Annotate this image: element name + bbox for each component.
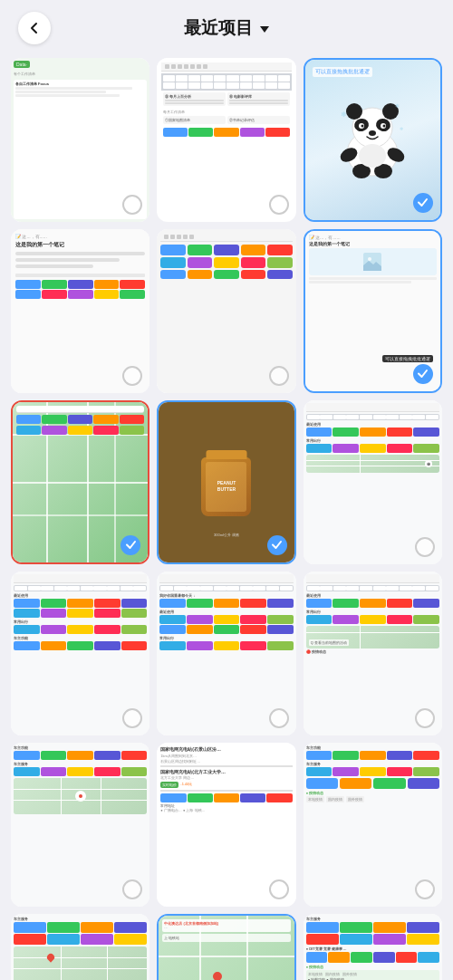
svg-point-10	[369, 130, 376, 136]
dropdown-arrow-icon[interactable]	[260, 26, 269, 33]
svg-point-20	[368, 257, 371, 261]
back-icon	[27, 21, 42, 35]
title-text: 最近项目	[184, 16, 253, 40]
card-note-app[interactable]: Data· 有个工作清单 各自工作清单 Focus	[11, 58, 149, 222]
selected-badge-7	[120, 535, 140, 555]
check-icon	[417, 197, 429, 208]
card-nav-recent[interactable]: 最近使用 常用出行 车主功能	[11, 572, 149, 735]
selected-badge-6	[413, 364, 433, 384]
selected-badge	[413, 193, 433, 213]
check-icon	[417, 368, 429, 380]
svg-point-15	[359, 144, 386, 168]
select-badge-10	[122, 708, 142, 728]
select-badge-9	[415, 537, 435, 557]
select-badge-14	[269, 879, 289, 899]
card-note-text[interactable]: 📝 这...，有...... 这是我的第一个笔记	[11, 229, 149, 393]
thumbnail-grid: Data· 有个工作清单 各自工作清单 Focus	[0, 51, 453, 980]
select-badge-5	[269, 366, 289, 386]
card-ev-charging[interactable]: 国家电网充电站(石景山区汾… 1km从周围到到北京… 石景山区周边找到附近… 国…	[157, 743, 295, 907]
select-badge-15	[415, 879, 435, 899]
svg-text:❄: ❄	[400, 126, 403, 131]
back-button[interactable]	[18, 12, 51, 44]
card-map-selected[interactable]	[11, 400, 149, 564]
card-nav-recent2[interactable]: 我好你国重暑都今天 ↓ 最近使用 常用出行	[157, 572, 295, 735]
select-badge-11	[269, 708, 289, 728]
select-badge-13	[122, 879, 142, 899]
card-map-location[interactable]: 中化澳达店 (北京首都南侧加加站) ··· 上·地铁站	[157, 914, 295, 980]
svg-point-2	[346, 103, 362, 120]
card-app-store[interactable]	[157, 229, 295, 393]
svg-text:❄: ❄	[395, 103, 400, 109]
card-panda[interactable]: 可以直接拖拽批批通逻	[304, 58, 442, 222]
select-badge-4	[122, 366, 142, 386]
header: 最近项目	[0, 0, 453, 51]
card-car-service1[interactable]: 车主服务	[11, 914, 149, 980]
svg-point-8	[361, 125, 364, 128]
selected-badge-8	[267, 535, 287, 555]
image-icon	[363, 253, 381, 271]
check-icon	[271, 539, 283, 551]
page-title: 最近项目	[184, 16, 269, 40]
svg-text:❄: ❄	[341, 110, 347, 119]
check-icon	[125, 539, 137, 551]
card-peanut-jar[interactable]: PEANUTBUTTER 300ml公升 调酱	[157, 400, 295, 564]
card-car-features2[interactable]: 车主功能 车主服务 ● 疫情动态	[304, 743, 442, 907]
select-badge-2	[269, 195, 289, 215]
card-keyboard-app[interactable]: ⑤ 每月上百分析 ⑥ 电影影评库 每月工作清单 ①国家地图清单	[157, 58, 295, 222]
card-nav-app1[interactable]: 最近使用 常用出行 ⊕	[304, 400, 442, 564]
card-note-img[interactable]: 📝 这...，有...... 这是我的第一个笔记 可以直接拖拽批批通逻	[304, 229, 442, 393]
card-car-service2[interactable]: 车主服务 ● DIT竞赛 竞赛 健康事 ... ● 疫情动态	[304, 914, 442, 980]
svg-point-9	[383, 125, 386, 128]
panda-illustration: ❄ ❄ ❄	[336, 99, 409, 180]
select-badge-12	[415, 708, 435, 728]
card-nav-app2[interactable]: 最近使用 常用出行 Q 查看当前地图的活动	[304, 572, 442, 735]
card-car-features1[interactable]: 车主功能 车主服务	[11, 743, 149, 907]
